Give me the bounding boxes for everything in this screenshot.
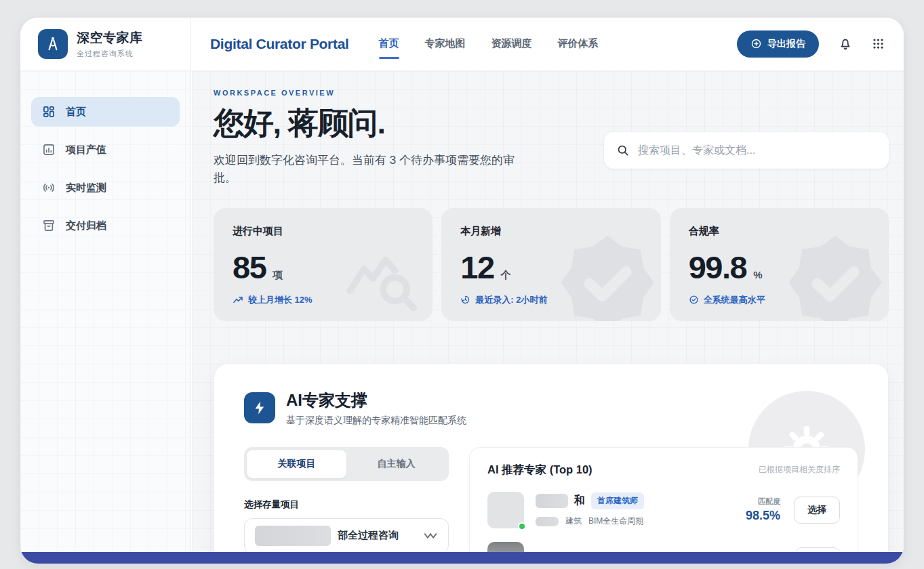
- stat-footnote: 较上月增长 12%: [248, 294, 313, 306]
- ai-expert-support-section: AI专家支撑 基于深度语义理解的专家精准智能匹配系统 关联项目 自主输入 选择存…: [214, 363, 889, 552]
- expert-row: 和 首席建筑师 建筑 BIM全生命周期 匹配度: [487, 478, 840, 538]
- app-window: 深空专家库 全过程咨询系统 Digital Curator Portal 首页 …: [20, 18, 904, 564]
- apps-grid-icon[interactable]: [872, 37, 885, 50]
- expert-tag: 建筑: [565, 515, 582, 527]
- ai-section-subtitle: 基于深度语义理解的专家精准智能匹配系统: [286, 415, 466, 427]
- sidebar-item-label: 实时监测: [66, 182, 106, 194]
- chevrons-down-icon: [423, 530, 438, 541]
- notifications-bell-icon[interactable]: [838, 37, 853, 51]
- brand-name: 深空专家库: [77, 29, 143, 47]
- sidebar-item-home[interactable]: 首页: [31, 97, 180, 127]
- sidebar-item-project-output[interactable]: 项目产值: [31, 135, 180, 165]
- ai-recommended-experts-panel: AI 推荐专家 (Top 10) 已根据项目相关度排序 和 首席建筑师: [469, 447, 858, 552]
- toggle-linked-project[interactable]: 关联项目: [247, 450, 346, 478]
- search-icon: [616, 144, 630, 157]
- compass-logo-icon: [38, 29, 68, 59]
- sidebar-item-delivery-archive[interactable]: 交付归档: [31, 211, 180, 240]
- tab-home[interactable]: 首页: [379, 37, 399, 50]
- trend-up-icon: [233, 295, 243, 305]
- stat-footnote: 最近录入: 2小时前: [475, 294, 547, 306]
- seal-check-icon: [557, 232, 658, 321]
- expert-row: 疆 低碳资源专家 匹配度: [487, 538, 840, 552]
- toggle-manual-input[interactable]: 自主输入: [346, 450, 446, 478]
- main-content: WORKSPACE OVERVIEW 您好, 蒋顾问. 欢迎回到数字化咨询平台。…: [192, 71, 904, 552]
- stat-card-active-projects: 进行中项目 85 项 较上月增长 12%: [214, 208, 433, 321]
- redacted-tag-block: [536, 517, 559, 526]
- tab-expert-map[interactable]: 专家地图: [425, 37, 466, 50]
- top-nav: 首页 专家地图 资源调度 评价体系: [379, 37, 599, 50]
- expert-name: 和: [574, 494, 585, 508]
- expert-avatar: [487, 492, 524, 528]
- chart-search-icon: [340, 241, 422, 318]
- stat-unit: 个: [501, 269, 511, 282]
- redacted-text-block: [255, 526, 331, 546]
- check-circle-icon: [689, 295, 699, 305]
- stat-card-new-this-month: 本月新增 12 个 最近录入: 2小时前: [441, 208, 660, 321]
- seal-check-icon: [784, 232, 886, 321]
- archive-icon: [42, 219, 56, 232]
- select-expert-button[interactable]: 选择: [794, 497, 840, 524]
- global-search[interactable]: [604, 132, 889, 169]
- panel-sort-note: 已根据项目相关度排序: [759, 464, 840, 476]
- stat-unit: %: [753, 269, 762, 280]
- stats-row: 进行中项目 85 项 较上月增长 12%: [214, 208, 889, 321]
- stat-unit: 项: [273, 269, 283, 282]
- search-input[interactable]: [638, 144, 877, 156]
- project-select-value: 部全过程咨询: [338, 529, 416, 542]
- greeting-subtitle: 欢迎回到数字化咨询平台。当前有 3 个待办事项需要您的审批。: [214, 152, 522, 188]
- brand-logo-area[interactable]: 深空专家库 全过程咨询系统: [20, 18, 191, 70]
- broadcast-icon: [42, 181, 56, 194]
- panel-title: AI 推荐专家 (Top 10): [487, 463, 592, 478]
- match-value: 98.5%: [746, 509, 780, 523]
- bar-chart-icon: [42, 143, 56, 156]
- sidebar-item-label: 交付归档: [66, 219, 106, 232]
- ai-section-title: AI专家支撑: [286, 389, 466, 411]
- sidebar: 首页 项目产值 实时监测: [20, 71, 191, 552]
- sidebar-item-label: 首页: [66, 106, 86, 119]
- plus-circle-icon: [750, 38, 762, 49]
- expert-avatar: [487, 542, 524, 552]
- history-clock-icon: [460, 295, 470, 305]
- stat-value: 99.8: [689, 251, 746, 283]
- workspace-eyebrow: WORKSPACE OVERVIEW: [214, 89, 522, 97]
- dashboard-icon: [42, 105, 56, 119]
- portal-title: Digital Curator Portal: [210, 36, 349, 52]
- sidebar-item-live-monitor[interactable]: 实时监测: [31, 173, 180, 203]
- project-select-dropdown[interactable]: 部全过程咨询: [244, 518, 449, 552]
- lightning-icon: [244, 392, 275, 423]
- stat-value: 85: [233, 251, 266, 283]
- export-report-label: 导出报告: [767, 38, 805, 50]
- export-report-button[interactable]: 导出报告: [737, 30, 819, 58]
- greeting-title: 您好, 蒋顾问.: [214, 103, 522, 144]
- sidebar-item-label: 项目产值: [66, 144, 106, 156]
- top-header: 深空专家库 全过程咨询系统 Digital Curator Portal 首页 …: [20, 18, 904, 70]
- match-label: 匹配度: [746, 497, 780, 507]
- project-select-label: 选择存量项目: [244, 499, 449, 511]
- stat-footnote: 全系统最高水平: [704, 294, 765, 306]
- expert-tag: BIM全生命周期: [588, 515, 643, 527]
- online-status-dot: [518, 522, 526, 530]
- tab-resource-dispatch[interactable]: 资源调度: [491, 37, 532, 50]
- stat-label: 进行中项目: [233, 225, 414, 238]
- stat-value: 12: [460, 251, 494, 283]
- tab-evaluation-system[interactable]: 评价体系: [558, 37, 599, 50]
- expert-role-badge: 首席建筑师: [591, 492, 644, 509]
- brand-subtitle: 全过程咨询系统: [77, 49, 143, 59]
- redacted-name-block: [536, 494, 568, 508]
- input-mode-toggle: 关联项目 自主输入: [244, 447, 449, 481]
- bottom-accent-bar: [20, 552, 904, 564]
- stat-card-compliance-rate: 合规率 99.8 % 全系统最高水平: [670, 208, 889, 321]
- select-expert-button[interactable]: [795, 547, 840, 552]
